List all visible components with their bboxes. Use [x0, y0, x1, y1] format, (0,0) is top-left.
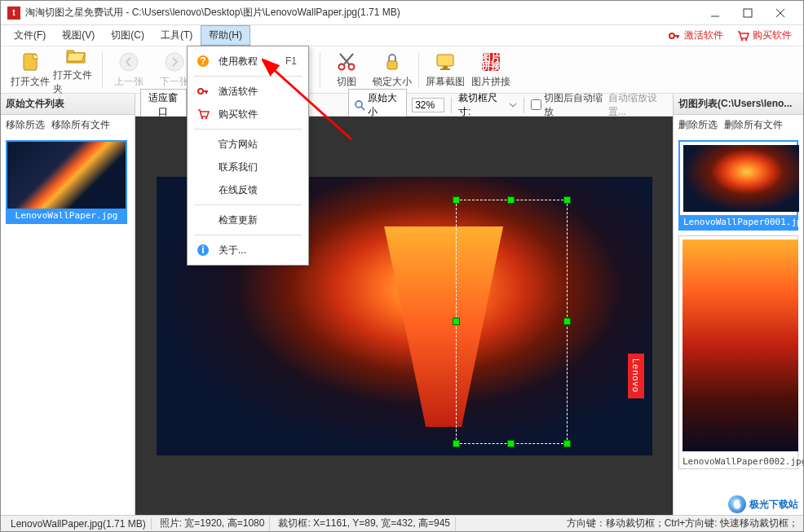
- folder-icon: [64, 44, 87, 67]
- cart-icon: [736, 29, 749, 42]
- output-thumbnail[interactable]: LenovoWallPaper0002.jpg: [678, 235, 798, 469]
- crop-handle-e[interactable]: [563, 318, 571, 325]
- svg-text:i: i: [201, 244, 204, 256]
- svg-point-27: [198, 89, 203, 94]
- maximize-button[interactable]: [731, 2, 764, 24]
- crop-button[interactable]: 切图: [324, 49, 369, 91]
- prev-image-button: 上一张: [106, 49, 152, 91]
- output-file-panel: 切图列表(C:\Users\leno... 删除所选 删除所有文件 Lenovo…: [673, 94, 803, 515]
- lenovo-badge: Lenovo: [628, 354, 644, 398]
- crop-handle-nw[interactable]: [453, 196, 460, 204]
- open-file-button[interactable]: 打开文件: [7, 49, 53, 91]
- crop-handle-sw[interactable]: [453, 440, 460, 447]
- svg-point-8: [745, 38, 747, 40]
- svg-rect-19: [440, 68, 450, 70]
- lock-size-button[interactable]: 锁定大小: [369, 49, 415, 91]
- svg-rect-17: [437, 55, 453, 66]
- crop-handle-s[interactable]: [507, 440, 515, 447]
- thumbnail-label: LenovoWallPaper.jpg: [7, 209, 126, 222]
- status-bar: LenovoWallPaper.jpg(1.71 MB) 照片: 宽=1920,…: [1, 515, 803, 531]
- main-area: 原始文件列表 移除所选 移除所有文件 LenovoWallPaper.jpg 适…: [1, 94, 803, 515]
- crop-rectangle[interactable]: [456, 200, 568, 444]
- auto-shrink-settings[interactable]: 自动缩放设置...: [608, 91, 668, 119]
- source-thumbnail[interactable]: LenovoWallPaper.jpg: [6, 140, 127, 224]
- svg-point-30: [201, 117, 203, 119]
- menu-tools[interactable]: 工具(T): [152, 25, 201, 46]
- menu-help[interactable]: 帮助(H): [201, 25, 250, 46]
- main-toolbar: 打开文件 打开文件夹 上一张 下一张 切图 锁定大小 屏幕截图 图片拼接 图片拼…: [1, 46, 803, 94]
- image-join-icon: 图片拼接: [479, 51, 502, 73]
- thumbnail-label: LenovoWallPaper0002.jpg: [679, 455, 797, 468]
- help-tutorial-item[interactable]: ? 使用教程 F1: [188, 50, 308, 73]
- thumbnail-image: [683, 240, 798, 451]
- status-crop-info: 裁切框: X=1161, Y=89, 宽=432, 高=945: [273, 517, 456, 530]
- help-dropdown: ? 使用教程 F1 激活软件 购买软件 官方网站 联系我们 在线反馈 检查更新 …: [187, 46, 309, 266]
- help-feedback-item[interactable]: 在线反馈: [188, 178, 308, 201]
- lock-icon: [381, 51, 404, 73]
- help-about-item[interactable]: i 关于...: [188, 239, 308, 262]
- svg-rect-18: [443, 66, 448, 68]
- key-icon: [668, 29, 681, 42]
- title-bar: t 淘淘切图之星免费试用 - C:\Users\lenovo\Desktop\图…: [1, 1, 803, 25]
- help-icon: ?: [196, 54, 210, 68]
- monitor-icon: [434, 51, 457, 73]
- delete-all-button[interactable]: 删除所有文件: [724, 118, 783, 132]
- watermark-text: 极光下载站: [749, 498, 798, 512]
- file-icon: [19, 51, 42, 73]
- close-button[interactable]: [764, 2, 797, 24]
- crop-handle-se[interactable]: [563, 440, 571, 447]
- output-thumbnail[interactable]: LenovoWallPaper0001.jpg: [678, 140, 798, 231]
- buy-link[interactable]: 购买软件: [730, 29, 798, 42]
- help-contact-item[interactable]: 联系我们: [188, 156, 308, 178]
- help-buy-item[interactable]: 购买软件: [188, 103, 308, 125]
- svg-point-23: [356, 101, 362, 108]
- source-panel-title: 原始文件列表: [1, 94, 135, 115]
- arrow-left-icon: [117, 51, 140, 73]
- svg-point-4: [669, 33, 674, 38]
- thumbnail-label: LenovoWallPaper0001.jpg: [680, 215, 797, 229]
- screenshot-button[interactable]: 屏幕截图: [422, 49, 468, 91]
- output-panel-title: 切图列表(C:\Users\leno...: [674, 94, 803, 115]
- svg-rect-16: [387, 61, 397, 69]
- delete-selected-button[interactable]: 删除所选: [678, 118, 718, 132]
- magnifier-icon: [354, 99, 365, 111]
- crop-size-label: 裁切框尺寸:: [458, 91, 504, 119]
- crop-handle-w[interactable]: [453, 318, 460, 325]
- arrow-right-icon: [163, 51, 186, 73]
- crop-handle-ne[interactable]: [563, 196, 571, 204]
- thumbnail-image: [7, 142, 126, 209]
- key-icon: [196, 84, 210, 99]
- source-file-panel: 原始文件列表 移除所选 移除所有文件 LenovoWallPaper.jpg: [1, 94, 135, 515]
- crop-handle-n[interactable]: [507, 196, 515, 204]
- scissors-icon: [335, 51, 358, 73]
- thumbnail-image: [683, 145, 799, 212]
- source-thumb-list: LenovoWallPaper.jpg: [1, 135, 135, 515]
- svg-text:?: ?: [200, 55, 205, 67]
- watermark: 6 极光下载站: [728, 495, 798, 513]
- app-icon: t: [7, 7, 20, 20]
- help-official-site-item[interactable]: 官方网站: [188, 133, 308, 156]
- status-photo-dims: 照片: 宽=1920, 高=1080: [155, 517, 271, 530]
- activate-link[interactable]: 激活软件: [661, 29, 730, 42]
- svg-point-31: [205, 117, 207, 119]
- image-join-button[interactable]: 图片拼接 图片拼接: [468, 49, 514, 91]
- crop-size-dropdown-icon[interactable]: [509, 101, 517, 109]
- zoom-input[interactable]: [412, 98, 444, 112]
- window-title: 淘淘切图之星免费试用 - C:\Users\lenovo\Desktop\图片\…: [25, 6, 699, 20]
- open-folder-button[interactable]: 打开文件夹: [53, 49, 99, 91]
- menu-view[interactable]: 视图(V): [54, 25, 103, 46]
- menu-bar: 文件(F) 视图(V) 切图(C) 工具(T) 帮助(H) 激活软件 购买软件: [1, 25, 803, 46]
- help-check-update-item[interactable]: 检查更新: [188, 209, 308, 231]
- help-activate-item[interactable]: 激活软件: [188, 80, 308, 103]
- auto-shrink-checkbox[interactable]: 切图后自动缩放: [531, 91, 603, 119]
- output-thumb-list: LenovoWallPaper0001.jpg LenovoWallPaper0…: [674, 135, 803, 515]
- svg-point-11: [166, 53, 183, 71]
- status-hint: 方向键：移动裁切框；Ctrl+方向键: 快速移动裁切框；: [567, 517, 798, 530]
- minimize-button[interactable]: [699, 2, 731, 24]
- remove-all-button[interactable]: 移除所有文件: [51, 118, 110, 132]
- svg-point-7: [741, 38, 743, 40]
- menu-file[interactable]: 文件(F): [6, 25, 54, 46]
- svg-point-10: [120, 53, 138, 71]
- menu-crop[interactable]: 切图(C): [103, 25, 152, 46]
- remove-selected-button[interactable]: 移除所选: [6, 118, 45, 132]
